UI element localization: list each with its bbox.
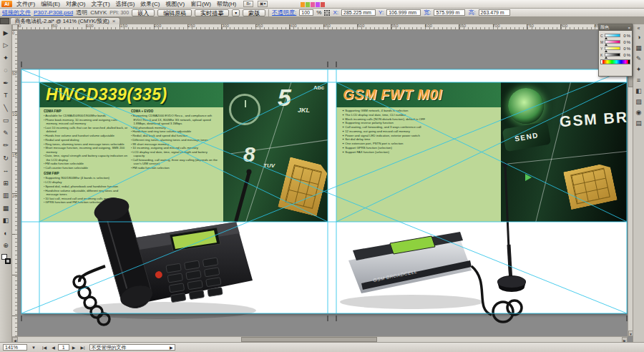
type-tool[interactable]: T	[1, 89, 11, 102]
ime-icon[interactable]	[316, 2, 320, 7]
lasso-tool[interactable]: ◌	[1, 64, 11, 77]
magic-wand-tool[interactable]: ✦	[1, 52, 11, 64]
symbols-panel-icon[interactable]: ✦	[634, 64, 644, 74]
app-logo-icon[interactable]: Ai	[1, 1, 12, 7]
pen-tool[interactable]: ✒	[1, 77, 11, 89]
feature-item: Call counter function selectable	[44, 166, 130, 170]
feature-item: FM radio function selection	[131, 166, 219, 170]
rectangle-tool[interactable]: ▭	[1, 114, 11, 127]
scale-tool[interactable]: ↔	[1, 165, 11, 177]
color-panel-tab[interactable]: 颜色	[600, 24, 609, 31]
document-tab[interactable]: 商务电话机-2.ai* @ 141% (CMYK/预览) ×	[10, 17, 120, 24]
height-field[interactable]: 263.479 m	[479, 9, 510, 16]
ime-icon[interactable]	[306, 2, 310, 7]
linked-file-name[interactable]: P307-P308.psd	[34, 9, 73, 16]
tab-scroller[interactable]	[0, 18, 9, 24]
fill-stroke-indicator[interactable]	[1, 254, 11, 264]
horizontal-scroll-thumb[interactable]	[241, 337, 377, 342]
yellow-slider[interactable]: Y 0 %	[600, 45, 630, 52]
stroke-panel-icon[interactable]: ≡	[634, 74, 644, 85]
ruler-corner[interactable]	[12, 24, 18, 30]
live-trace-dropdown[interactable]: ▼	[232, 9, 240, 16]
swatches-panel-icon[interactable]: ▦	[634, 42, 644, 53]
zoom-level-field[interactable]: 141%	[3, 344, 27, 351]
free-transform-tool[interactable]: ⊞	[1, 177, 11, 190]
color-panel-icon[interactable]: ◑	[634, 31, 644, 42]
menu-item[interactable]: 对象(O)	[63, 0, 89, 8]
canvas[interactable]: 5 JKL Abc 8 TUV HWCD339(335) CDMA FWP Av…	[18, 30, 628, 336]
menu-item[interactable]: 视图(V)	[162, 0, 187, 8]
ime-icon[interactable]	[301, 2, 305, 7]
last-artboard-button[interactable]: ▶|	[78, 344, 87, 351]
prev-artboard-button[interactable]: ◀	[49, 344, 57, 351]
status-bar: 141% ▼ |◀ ◀ 1 ▶ ▶| 不受管理的文件 ▶	[0, 342, 644, 352]
mesh-tool[interactable]: ▦	[1, 202, 11, 215]
line-tool[interactable]: ╲	[1, 102, 11, 114]
edit-original-button[interactable]: 编辑原稿	[157, 9, 192, 16]
menu-item[interactable]: 帮助(H)	[214, 0, 239, 8]
appearance-panel-icon[interactable]: ◉	[634, 107, 644, 117]
next-artboard-button[interactable]: ▶	[70, 344, 78, 351]
black-slider[interactable]: K 0 %	[600, 52, 630, 58]
yellow-gradient-bar[interactable]	[605, 47, 620, 50]
horizontal-scrollbar[interactable]: ◀ ▶	[12, 336, 628, 342]
y-field[interactable]: 106.999 mm	[386, 9, 421, 16]
gradient-panel-icon[interactable]: ◧	[634, 85, 644, 96]
magenta-gradient-bar[interactable]	[605, 40, 620, 44]
magenta-slider[interactable]: M 0 %	[600, 39, 630, 45]
file-status-indicator[interactable]: 不受管理的文件 ▶	[89, 344, 175, 351]
scroll-down-icon[interactable]: ▼	[628, 331, 633, 336]
cyan-gradient-bar[interactable]	[605, 34, 620, 37]
menu-item[interactable]: 文件(F)	[14, 0, 38, 8]
transparency-panel-icon[interactable]: ▨	[634, 96, 644, 107]
first-artboard-button[interactable]: |◀	[40, 344, 49, 351]
left-text-column-2: CDMA + EVDO Supporting CDMA2000 EVDO Rev…	[131, 107, 219, 170]
opacity-field[interactable]: 100	[299, 9, 313, 16]
ime-icon[interactable]	[311, 2, 315, 7]
color-spectrum-bar[interactable]	[600, 59, 630, 64]
expand-dock-icon[interactable]: «	[638, 26, 640, 31]
feature-item: Supporting 900/1800Mhz (4 bands is selec…	[44, 176, 130, 180]
direct-selection-tool[interactable]: ▷	[1, 39, 11, 52]
close-tab-icon[interactable]: ×	[112, 18, 116, 24]
zoom-tool[interactable]: ⊕	[1, 240, 11, 253]
stroke-swatch[interactable]	[5, 258, 11, 264]
paintbrush-tool[interactable]: ✎	[1, 127, 11, 140]
menu-item[interactable]: 效果(C)	[137, 0, 162, 8]
workspace-switcher-button[interactable]: ▣▾	[258, 1, 268, 7]
ime-icon[interactable]	[321, 2, 325, 7]
linked-file-label[interactable]: 链接的文件	[2, 9, 31, 16]
feature-list: Supporting GSM network, 4 bands is selec…	[342, 109, 496, 154]
rotate-tool[interactable]: ↻	[1, 152, 11, 165]
zoom-dropdown-icon[interactable]: ▼	[29, 345, 38, 351]
reference-point-selector[interactable]	[324, 10, 330, 16]
artboard-number-field[interactable]: 1	[58, 344, 69, 351]
width-field[interactable]: 575.999 m	[434, 9, 465, 16]
horizontal-ruler[interactable]: 0501001502002503003504004505005506006507…	[18, 24, 628, 30]
cyan-slider[interactable]: C 0 %	[600, 32, 630, 39]
live-trace-button[interactable]: 实时描摹	[195, 9, 229, 16]
graph-tool[interactable]: ▥	[1, 190, 11, 202]
menu-item[interactable]: 窗口(W)	[187, 0, 214, 8]
opacity-label[interactable]: 不透明度:	[272, 9, 296, 16]
pencil-tool[interactable]: ✏	[1, 140, 11, 152]
menu-item[interactable]: 编辑(E)	[38, 0, 63, 8]
menu-item[interactable]: 文字(T)	[88, 0, 112, 8]
brushes-panel-icon[interactable]: ✎	[634, 53, 644, 64]
gradient-tool[interactable]: ◧	[1, 215, 11, 228]
selection-tool[interactable]: ▶	[1, 26, 11, 39]
ime-toolbar[interactable]	[301, 2, 325, 7]
layers-panel-icon[interactable]: ▤	[634, 117, 644, 128]
color-panel-header[interactable]: 颜色 ×	[599, 24, 632, 31]
blend-tool[interactable]: ◐	[1, 227, 11, 240]
document-tab-bar: 商务电话机-2.ai* @ 141% (CMYK/预览) ×	[0, 17, 644, 24]
x-field[interactable]: 285.225 mm	[341, 9, 376, 16]
bridge-button[interactable]: Br	[243, 1, 253, 7]
status-dropdown-icon[interactable]: ▶	[170, 345, 173, 351]
menu-item[interactable]: 选择(S)	[113, 0, 138, 8]
vertical-ruler[interactable]: 050100150200	[12, 30, 18, 336]
black-gradient-bar[interactable]	[605, 53, 620, 57]
close-icon[interactable]: ×	[628, 26, 630, 30]
embed-button[interactable]: 嵌入	[132, 9, 155, 16]
mask-button[interactable]: 蒙版	[243, 9, 265, 16]
